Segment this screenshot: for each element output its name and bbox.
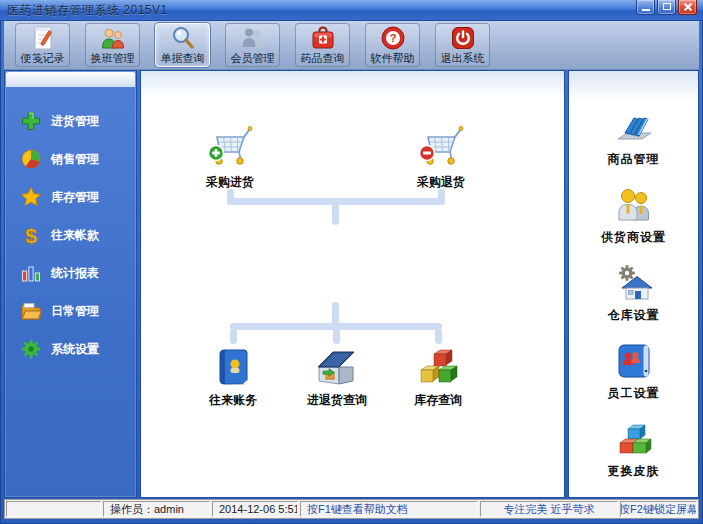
right-sidebar: 商品管理 供货商设置 xyxy=(568,70,699,498)
star-icon xyxy=(20,186,42,208)
close-button[interactable] xyxy=(678,0,697,15)
ledger-book-icon xyxy=(212,347,254,389)
svg-text:?: ? xyxy=(389,32,396,44)
shift-people-icon xyxy=(100,25,126,51)
workspace-panel: 采购进货 采购退货 xyxy=(140,70,565,498)
left-sidebar: 进货管理 销售管理 库存管理 xyxy=(4,70,137,498)
sidebar-item-reports[interactable]: 统计报表 xyxy=(5,254,136,292)
window-controls xyxy=(636,0,697,15)
cart-minus-icon xyxy=(417,123,465,171)
flow-node-account-ledger[interactable]: 往来账务 xyxy=(188,347,278,409)
flow-node-purchase-return[interactable]: 采购退货 xyxy=(396,123,486,191)
sidebar-item-purchase[interactable]: 进货管理 xyxy=(5,102,136,140)
sidebar-item-inventory[interactable]: 库存管理 xyxy=(5,178,136,216)
left-sidebar-header xyxy=(6,72,135,87)
right-item-products[interactable]: 商品管理 xyxy=(608,107,660,168)
magnifier-icon xyxy=(170,25,196,51)
operator-value: admin xyxy=(154,502,184,516)
minimize-icon xyxy=(642,9,650,11)
bar-chart-icon xyxy=(20,262,42,284)
status-operator: 操作员：admin xyxy=(103,501,210,517)
status-datetime: 2014-12-06 5:51:45 xyxy=(212,501,298,517)
flow-node-stock-query[interactable]: 库存查询 xyxy=(393,347,483,409)
right-item-staff[interactable]: 员工设置 xyxy=(608,341,660,402)
folder-icon xyxy=(20,300,42,322)
pie-chart-icon xyxy=(20,148,42,170)
gear-icon xyxy=(20,338,42,360)
connector-bottom-stub-2 xyxy=(333,329,340,344)
app-window: 医药进销存管理系统 2015V1 便笺记录 换班管理 xyxy=(0,0,703,524)
statusbar: 操作员：admin 2014-12-06 5:51:45 按F1键查看帮助文档 … xyxy=(4,499,699,519)
toolbar-button-label: 单据查询 xyxy=(161,52,205,64)
warehouse-icon xyxy=(614,263,654,303)
toolbar-button-label: 便笺记录 xyxy=(21,52,65,64)
toolbar-button-label: 药品查询 xyxy=(301,52,345,64)
status-lock-hint: 按F2键锁定屏幕 xyxy=(620,501,697,517)
right-item-skin[interactable]: 更换皮肤 xyxy=(608,419,660,480)
inout-query-icon xyxy=(316,347,358,389)
suppliers-icon xyxy=(614,185,654,225)
toolbar: 便笺记录 换班管理 单据查询 xyxy=(4,21,699,70)
sidebar-item-accounts[interactable]: $ 往来帐款 xyxy=(5,216,136,254)
svg-text:$: $ xyxy=(25,224,37,246)
dollar-icon: $ xyxy=(20,224,42,246)
maximize-icon xyxy=(663,3,671,10)
toolbar-button-drug-query[interactable]: 药品查询 xyxy=(295,23,350,67)
stock-boxes-icon xyxy=(417,347,459,389)
power-icon xyxy=(450,25,476,51)
left-sidebar-items: 进货管理 销售管理 库存管理 xyxy=(5,102,136,368)
toolbar-button-doc-query[interactable]: 单据查询 xyxy=(155,23,210,67)
toolbar-button-help[interactable]: ? 软件帮助 xyxy=(365,23,420,67)
toolbar-button-label: 会员管理 xyxy=(231,52,275,64)
staff-icon xyxy=(614,341,654,381)
sidebar-item-daily[interactable]: 日常管理 xyxy=(5,292,136,330)
window-title: 医药进销存管理系统 2015V1 xyxy=(7,2,168,19)
toolbar-button-label: 换班管理 xyxy=(91,52,135,64)
connector-bottom-center-stub xyxy=(332,302,339,325)
members-icon xyxy=(240,25,266,51)
connector-top-center-stub xyxy=(332,204,339,225)
notepad-icon xyxy=(30,25,56,51)
main-area: 进货管理 销售管理 库存管理 xyxy=(4,70,699,498)
maximize-button[interactable] xyxy=(657,0,676,15)
status-cell-empty xyxy=(6,501,101,517)
products-icon xyxy=(614,107,654,147)
toolbar-button-shift[interactable]: 换班管理 xyxy=(85,23,140,67)
flow-node-inout-query[interactable]: 进退货查询 xyxy=(292,347,382,409)
titlebar: 医药进销存管理系统 2015V1 xyxy=(0,0,703,21)
right-item-suppliers[interactable]: 供货商设置 xyxy=(601,185,666,246)
connector-bottom-stub-3 xyxy=(435,329,442,344)
toolbar-button-label: 退出系统 xyxy=(441,52,485,64)
sidebar-item-settings[interactable]: 系统设置 xyxy=(5,330,136,368)
toolbar-button-exit[interactable]: 退出系统 xyxy=(435,23,490,67)
green-plus-icon xyxy=(20,110,42,132)
toolbar-button-label: 软件帮助 xyxy=(371,52,415,64)
right-item-warehouse[interactable]: 仓库设置 xyxy=(608,263,660,324)
skin-blocks-icon xyxy=(614,419,654,459)
medicine-bag-icon xyxy=(310,25,336,51)
status-help-hint: 按F1键查看帮助文档 xyxy=(300,501,478,517)
status-slogan: 专注完美 近乎苛求 xyxy=(480,501,618,517)
connector-bottom-stub-1 xyxy=(230,329,237,344)
sidebar-item-sales[interactable]: 销售管理 xyxy=(5,140,136,178)
toolbar-button-members[interactable]: 会员管理 xyxy=(225,23,280,67)
help-icon: ? xyxy=(380,25,406,51)
minimize-button[interactable] xyxy=(636,0,655,15)
operator-label: 操作员： xyxy=(110,502,154,516)
toolbar-button-notes[interactable]: 便笺记录 xyxy=(15,23,70,67)
flow-node-purchase-in[interactable]: 采购进货 xyxy=(185,123,275,191)
cart-plus-icon xyxy=(206,123,254,171)
